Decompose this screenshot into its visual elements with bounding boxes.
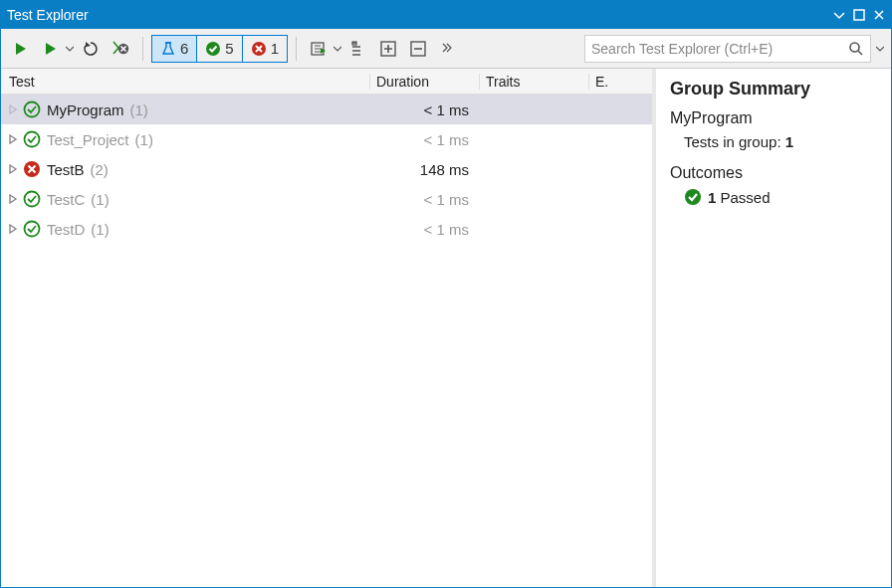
expand-icon[interactable] bbox=[5, 194, 21, 204]
filter-passed-count: 5 bbox=[225, 40, 233, 57]
test-list-panel: Test Duration Traits E. MyProgram(1)< 1 … bbox=[1, 69, 656, 587]
search-wrap bbox=[584, 35, 885, 63]
expand-icon[interactable] bbox=[5, 164, 21, 174]
test-name: Test_Project bbox=[43, 131, 129, 148]
run-button[interactable] bbox=[37, 35, 75, 63]
test-row[interactable]: TestD(1)< 1 ms bbox=[1, 214, 652, 244]
svg-point-8 bbox=[850, 43, 859, 52]
pass-icon bbox=[684, 188, 702, 206]
pass-icon bbox=[21, 130, 43, 148]
cancel-button[interactable] bbox=[107, 35, 134, 63]
test-count: (1) bbox=[85, 191, 109, 208]
filter-total-button[interactable]: 6 bbox=[152, 36, 196, 62]
test-rows: MyProgram(1)< 1 msTest_Project(1)< 1 msT… bbox=[1, 95, 652, 587]
column-traits[interactable]: Traits bbox=[479, 74, 588, 90]
collapse-all-button[interactable] bbox=[404, 35, 432, 63]
test-count: (1) bbox=[129, 131, 153, 148]
test-row[interactable]: MyProgram(1)< 1 ms bbox=[1, 95, 652, 124]
separator bbox=[296, 37, 297, 61]
svg-point-10 bbox=[25, 132, 40, 147]
column-error[interactable]: E. bbox=[588, 74, 652, 90]
expand-icon[interactable] bbox=[5, 134, 21, 144]
svg-point-14 bbox=[685, 189, 701, 205]
maximize-icon[interactable] bbox=[853, 9, 865, 21]
test-count: (1) bbox=[85, 221, 109, 238]
summary-outcomes-label: Outcomes bbox=[670, 164, 877, 182]
playlist-button[interactable] bbox=[305, 35, 342, 63]
expand-icon[interactable] bbox=[5, 224, 21, 234]
repeat-last-run-button[interactable] bbox=[77, 35, 105, 63]
column-duration[interactable]: Duration bbox=[369, 74, 479, 90]
test-duration: < 1 ms bbox=[369, 191, 479, 208]
toolbar-overflow-icon[interactable] bbox=[438, 35, 456, 63]
summary-heading: Group Summary bbox=[670, 79, 877, 99]
flask-icon bbox=[160, 41, 176, 57]
body: Test Duration Traits E. MyProgram(1)< 1 … bbox=[1, 69, 891, 587]
svg-point-12 bbox=[25, 192, 40, 207]
filter-group: 6 5 1 bbox=[151, 35, 288, 63]
pass-icon bbox=[21, 220, 43, 238]
titlebar: Test Explorer bbox=[1, 1, 891, 29]
test-row[interactable]: TestB(2)148 ms bbox=[1, 154, 652, 184]
test-name: MyProgram bbox=[43, 101, 124, 118]
chevron-down-icon[interactable] bbox=[65, 35, 75, 63]
summary-group-name: MyProgram bbox=[670, 109, 877, 127]
filter-failed-button[interactable]: 1 bbox=[242, 36, 287, 62]
test-explorer-window: Test Explorer 6 5 bbox=[0, 0, 892, 588]
filter-failed-count: 1 bbox=[271, 40, 279, 57]
pass-icon bbox=[21, 190, 43, 208]
pass-icon bbox=[21, 100, 43, 118]
test-count: (1) bbox=[124, 101, 148, 118]
column-headers: Test Duration Traits E. bbox=[1, 69, 652, 95]
expand-all-button[interactable] bbox=[374, 35, 402, 63]
test-duration: < 1 ms bbox=[369, 221, 479, 238]
close-icon[interactable] bbox=[873, 9, 885, 21]
column-test[interactable]: Test bbox=[1, 74, 369, 90]
test-duration: 148 ms bbox=[369, 161, 479, 178]
summary-tests-count: Tests in group: 1 bbox=[670, 133, 877, 150]
chevron-down-icon[interactable] bbox=[333, 35, 342, 63]
test-duration: < 1 ms bbox=[369, 131, 479, 148]
pass-icon bbox=[205, 41, 221, 57]
summary-panel: Group Summary MyProgram Tests in group: … bbox=[656, 69, 891, 587]
test-name: TestB bbox=[43, 161, 85, 178]
group-by-button[interactable] bbox=[344, 35, 372, 63]
svg-rect-0 bbox=[854, 10, 864, 20]
window-title: Test Explorer bbox=[7, 7, 833, 23]
run-all-button[interactable] bbox=[7, 35, 35, 63]
svg-point-13 bbox=[25, 222, 40, 237]
filter-passed-button[interactable]: 5 bbox=[196, 36, 241, 62]
separator bbox=[142, 37, 143, 61]
test-row[interactable]: TestC(1)< 1 ms bbox=[1, 184, 652, 214]
toolbar: 6 5 1 bbox=[1, 29, 891, 69]
search-icon[interactable] bbox=[848, 41, 864, 57]
expand-icon[interactable] bbox=[5, 104, 21, 114]
filter-total-count: 6 bbox=[180, 40, 188, 57]
test-row[interactable]: Test_Project(1)< 1 ms bbox=[1, 124, 652, 154]
summary-outcome-row: 1 Passed bbox=[670, 188, 877, 206]
test-duration: < 1 ms bbox=[369, 101, 479, 118]
window-dropdown-icon[interactable] bbox=[833, 9, 845, 21]
fail-icon bbox=[21, 160, 43, 178]
search-box[interactable] bbox=[584, 35, 871, 63]
chevron-down-icon[interactable] bbox=[875, 35, 885, 63]
test-count: (2) bbox=[85, 161, 109, 178]
test-name: TestC bbox=[43, 191, 85, 208]
window-buttons bbox=[833, 9, 885, 21]
search-input[interactable] bbox=[591, 41, 848, 57]
fail-icon bbox=[251, 41, 267, 57]
svg-point-9 bbox=[25, 102, 40, 117]
test-name: TestD bbox=[43, 221, 85, 238]
